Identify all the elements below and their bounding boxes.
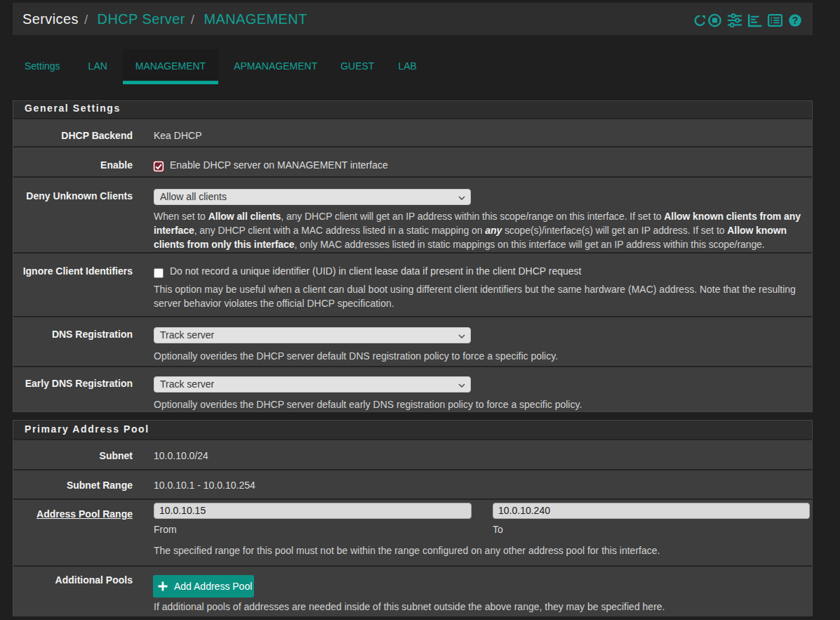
svg-text:?: ? [792, 15, 799, 26]
